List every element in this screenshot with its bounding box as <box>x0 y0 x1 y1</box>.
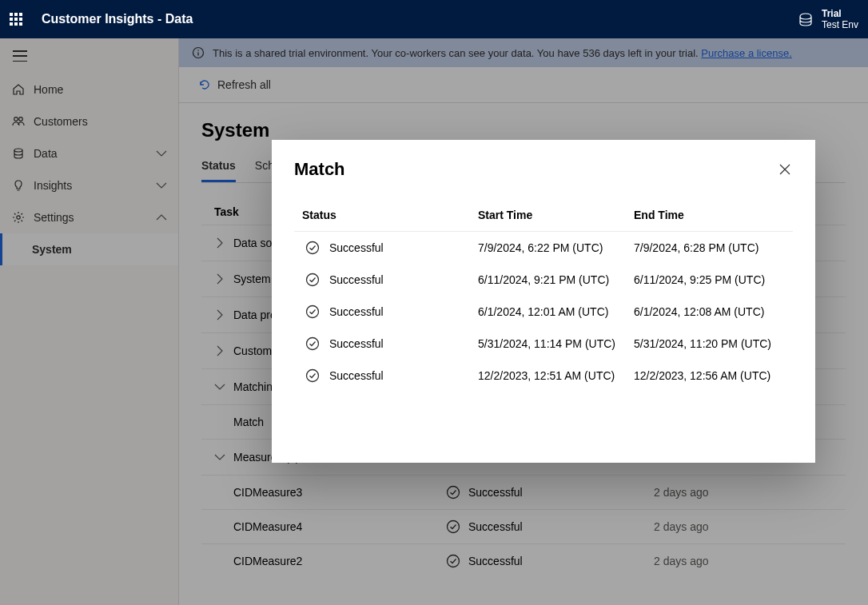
history-start: 5/31/2024, 11:14 PM (UTC) <box>478 337 634 350</box>
modal-col-end: End Time <box>634 209 793 221</box>
history-status: Successful <box>294 336 478 351</box>
match-history-modal: Match Status Start Time End Time Success… <box>272 140 815 463</box>
close-icon <box>778 163 791 176</box>
history-row: Successful6/11/2024, 9:21 PM (UTC)6/11/2… <box>294 264 793 296</box>
history-row: Successful6/1/2024, 12:01 AM (UTC)6/1/20… <box>294 296 793 328</box>
modal-title: Match <box>294 159 345 180</box>
history-row: Successful7/9/2024, 6:22 PM (UTC)7/9/202… <box>294 232 793 264</box>
top-bar: Customer Insights - Data Trial Test Env <box>0 0 868 38</box>
history-start: 6/1/2024, 12:01 AM (UTC) <box>478 305 634 318</box>
history-end: 6/11/2024, 9:25 PM (UTC) <box>634 273 793 286</box>
env-type: Trial <box>822 8 858 19</box>
history-status: Successful <box>294 368 478 383</box>
modal-column-headers: Status Start Time End Time <box>294 199 793 232</box>
modal-col-status: Status <box>294 209 478 221</box>
history-row: Successful5/31/2024, 11:14 PM (UTC)5/31/… <box>294 328 793 360</box>
environment-icon <box>798 12 814 26</box>
history-start: 7/9/2024, 6:22 PM (UTC) <box>478 241 634 254</box>
history-end: 6/1/2024, 12:08 AM (UTC) <box>634 305 793 318</box>
check-circle-icon <box>305 304 320 319</box>
app-title: Customer Insights - Data <box>42 12 798 26</box>
history-status: Successful <box>294 304 478 319</box>
modal-col-start: Start Time <box>478 209 634 221</box>
app-launcher-icon[interactable] <box>10 13 22 26</box>
modal-close-button[interactable] <box>777 161 793 177</box>
history-end: 5/31/2024, 11:20 PM (UTC) <box>634 337 793 350</box>
history-row: Successful12/2/2023, 12:51 AM (UTC)12/2/… <box>294 360 793 392</box>
check-circle-icon <box>305 336 320 351</box>
history-end: 12/2/2023, 12:56 AM (UTC) <box>634 369 793 382</box>
check-circle-icon <box>305 273 320 287</box>
history-start: 12/2/2023, 12:51 AM (UTC) <box>478 369 634 382</box>
history-status: Successful <box>294 273 478 287</box>
history-status: Successful <box>294 241 478 255</box>
environment-selector[interactable]: Trial Test Env <box>798 8 858 31</box>
check-circle-icon <box>305 241 320 255</box>
history-start: 6/11/2024, 9:21 PM (UTC) <box>478 273 634 286</box>
env-name: Test Env <box>822 19 858 30</box>
history-end: 7/9/2024, 6:28 PM (UTC) <box>634 241 793 254</box>
check-circle-icon <box>305 368 320 383</box>
